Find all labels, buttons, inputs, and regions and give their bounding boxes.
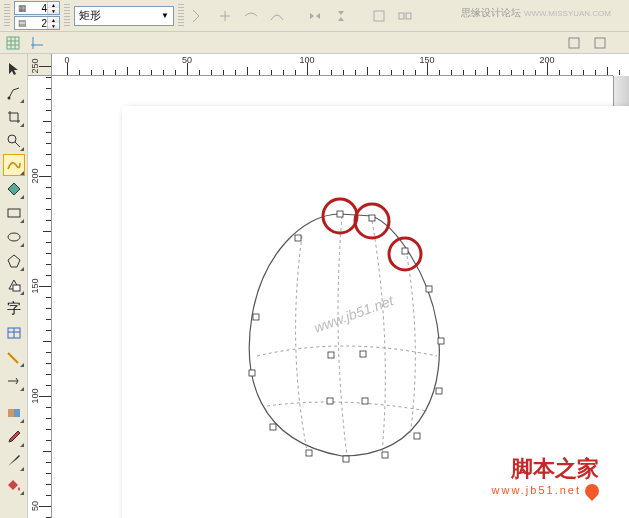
grip-handle[interactable] <box>178 4 184 28</box>
zoom-tool[interactable] <box>3 130 25 152</box>
fill-tool[interactable] <box>3 474 25 496</box>
shape-label: 矩形 <box>79 8 101 23</box>
outline-tool[interactable] <box>3 450 25 472</box>
svg-rect-20 <box>270 424 276 430</box>
options-button-2[interactable] <box>589 33 611 53</box>
grid-dimensions: ▦ ▲▼ ▤ ▲▼ <box>14 1 60 30</box>
toolbox: 字 <box>0 54 28 518</box>
svg-rect-8 <box>8 209 20 217</box>
svg-rect-22 <box>343 456 349 462</box>
svg-point-9 <box>8 233 20 241</box>
svg-rect-3 <box>7 37 19 49</box>
text-tool[interactable]: 字 <box>3 298 25 320</box>
shape-tool[interactable] <box>3 82 25 104</box>
svg-rect-10 <box>13 285 20 291</box>
svg-rect-2 <box>406 13 411 19</box>
svg-rect-13 <box>14 409 20 417</box>
brand-url: www.jb51.net <box>492 484 581 496</box>
svg-rect-31 <box>362 398 368 404</box>
drawing <box>52 76 613 518</box>
columns-icon: ▦ <box>15 2 29 14</box>
pick-tool[interactable] <box>3 58 25 80</box>
ellipse-tool[interactable] <box>3 226 25 248</box>
eyedropper-tool[interactable] <box>3 426 25 448</box>
connector-tool[interactable] <box>3 370 25 392</box>
workspace: 050100150200 50100150200250 <box>28 54 629 518</box>
rows-icon: ▤ <box>15 17 29 29</box>
polygon-tool[interactable] <box>3 250 25 272</box>
svg-rect-16 <box>402 248 408 254</box>
mirror-h-button[interactable] <box>304 5 326 27</box>
rectangle-tool[interactable] <box>3 202 25 224</box>
svg-rect-15 <box>369 215 375 221</box>
basic-shapes-tool[interactable] <box>3 274 25 296</box>
brand-watermark: 脚本之家 www.jb51.net <box>492 454 599 498</box>
align-button[interactable] <box>368 5 390 27</box>
svg-rect-4 <box>569 38 579 48</box>
node-add-button[interactable] <box>214 5 236 27</box>
freehand-tool[interactable] <box>3 154 25 176</box>
svg-rect-14 <box>337 211 343 217</box>
snap-guide-button[interactable] <box>26 33 48 53</box>
dimension-tool[interactable] <box>3 346 25 368</box>
ruler-vertical[interactable]: 50100150200250 <box>28 76 52 518</box>
node-break-button[interactable] <box>240 5 262 27</box>
svg-point-6 <box>7 97 10 100</box>
svg-point-7 <box>8 135 16 143</box>
svg-rect-24 <box>414 433 420 439</box>
ruler-horizontal[interactable]: 050100150200 <box>52 54 613 76</box>
grip-handle[interactable] <box>64 4 70 28</box>
distribute-button[interactable] <box>394 5 416 27</box>
crop-tool[interactable] <box>3 106 25 128</box>
shape-dropdown[interactable]: 矩形 ▼ <box>74 6 174 26</box>
table-tool[interactable] <box>3 322 25 344</box>
svg-rect-29 <box>360 351 366 357</box>
svg-rect-19 <box>249 370 255 376</box>
watermark-top: 思缘设计论坛 WWW.MISSYUAN.COM <box>461 6 611 20</box>
svg-rect-0 <box>374 11 384 21</box>
svg-rect-21 <box>306 450 312 456</box>
rows-input[interactable] <box>29 18 47 29</box>
svg-rect-28 <box>328 352 334 358</box>
svg-rect-27 <box>426 286 432 292</box>
columns-spinner[interactable]: ▦ ▲▼ <box>14 1 60 15</box>
svg-rect-12 <box>8 409 14 417</box>
blend-tool[interactable] <box>3 402 25 424</box>
svg-rect-18 <box>253 314 259 320</box>
svg-rect-26 <box>438 338 444 344</box>
node-curve-button[interactable] <box>266 5 288 27</box>
columns-input[interactable] <box>29 3 47 14</box>
svg-rect-1 <box>399 13 404 19</box>
property-bar: ▦ ▲▼ ▤ ▲▼ 矩形 ▼ 思缘设计论坛 WWW.MISSYUAN.COM <box>0 0 629 32</box>
rows-spinner[interactable]: ▤ ▲▼ <box>14 16 60 30</box>
options-button-1[interactable] <box>563 33 585 53</box>
brand-cn: 脚本之家 <box>492 454 599 484</box>
chevron-down-icon: ▼ <box>161 11 169 20</box>
node-tool-button[interactable] <box>188 5 210 27</box>
svg-rect-25 <box>436 388 442 394</box>
star-icon <box>582 481 602 501</box>
mirror-v-button[interactable] <box>330 5 352 27</box>
svg-rect-30 <box>327 398 333 404</box>
svg-rect-17 <box>295 235 301 241</box>
smart-fill-tool[interactable] <box>3 178 25 200</box>
canvas[interactable]: www.jb51.net <box>52 76 613 518</box>
view-bar <box>0 32 629 54</box>
svg-rect-5 <box>595 38 605 48</box>
main-area: 字 050100150200 50100150200250 <box>0 54 629 518</box>
snap-grid-button[interactable] <box>2 33 24 53</box>
svg-rect-23 <box>382 452 388 458</box>
grip-handle[interactable] <box>4 4 10 28</box>
